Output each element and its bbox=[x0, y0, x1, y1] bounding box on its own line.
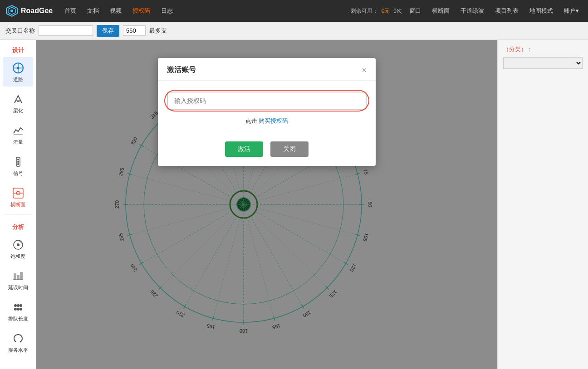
modal-close-button[interactable]: × bbox=[362, 66, 367, 74]
logo-icon bbox=[5, 5, 18, 17]
intersection-name-input[interactable] bbox=[39, 25, 93, 36]
max-label: 最多支 bbox=[149, 27, 167, 35]
intersection-label: 交叉口名称 bbox=[5, 27, 35, 35]
sidebar: 设计 道路 渠化 bbox=[0, 40, 36, 369]
category-select[interactable] bbox=[503, 57, 583, 69]
right-panel: （分类）： bbox=[497, 40, 588, 369]
svg-point-24 bbox=[14, 308, 17, 311]
queue-icon bbox=[11, 300, 25, 315]
modal-input-wrap bbox=[167, 92, 367, 110]
modal-footer: 激活 关闭 bbox=[158, 136, 376, 166]
svg-point-21 bbox=[14, 304, 17, 307]
flow-icon bbox=[11, 123, 25, 138]
nav-log[interactable]: 日志 bbox=[157, 5, 176, 17]
balance-label: 剩余可用： bbox=[351, 7, 378, 15]
sidebar-item-cross-section[interactable]: 横断面 bbox=[3, 182, 33, 212]
logo-text: RoadGee bbox=[21, 7, 53, 15]
nav-window[interactable]: 窗口 bbox=[406, 5, 425, 17]
logo[interactable]: RoadGee bbox=[5, 5, 53, 17]
nav-auth[interactable]: 授权码 bbox=[129, 5, 154, 17]
buy-auth-link[interactable]: 购买授权码 bbox=[259, 117, 288, 124]
svg-point-11 bbox=[17, 163, 19, 165]
max-num-input[interactable] bbox=[123, 25, 146, 36]
flow-label: 流量 bbox=[13, 139, 23, 146]
channelize-label: 渠化 bbox=[13, 107, 23, 114]
cross-section-icon bbox=[11, 186, 25, 200]
nav-mapmode[interactable]: 地图模式 bbox=[526, 5, 557, 17]
navbar: RoadGee 首页 文档 视频 授权码 日志 剩余可用： 0元 0次 窗口 横… bbox=[0, 0, 588, 22]
analysis-section-label: 分析 bbox=[0, 220, 36, 233]
delay-icon bbox=[11, 269, 25, 283]
signal-label: 信号 bbox=[13, 170, 23, 177]
sidebar-item-queue[interactable]: 排队长度 bbox=[3, 296, 33, 326]
cross-section-label: 横断面 bbox=[10, 201, 25, 208]
nav-projects[interactable]: 项目列表 bbox=[491, 5, 522, 17]
nav-video[interactable]: 视频 bbox=[106, 5, 125, 17]
sidebar-item-delay[interactable]: 延误时间 bbox=[3, 265, 33, 295]
nav-cross[interactable]: 横断面 bbox=[428, 5, 453, 17]
svg-point-23 bbox=[20, 304, 22, 307]
save-button[interactable]: 保存 bbox=[97, 25, 119, 37]
toolbar: 交叉口名称 保存 最多支 bbox=[0, 22, 588, 40]
link-prefix: 点击 bbox=[245, 117, 259, 124]
nav-account[interactable]: 账户▾ bbox=[560, 5, 583, 17]
sidebar-item-signal[interactable]: 信号 bbox=[3, 151, 33, 180]
road-label: 道路 bbox=[13, 76, 23, 83]
main-layout: 设计 道路 渠化 bbox=[0, 40, 588, 369]
svg-point-26 bbox=[20, 308, 22, 311]
road-icon bbox=[11, 61, 25, 75]
saturation-label: 饱和度 bbox=[10, 253, 25, 260]
modal: 激活账号 × 点击 购买授权码 激活 关闭 bbox=[158, 58, 376, 166]
modal-title: 激活账号 bbox=[167, 65, 196, 75]
content-area: 0153045607590105120135150165180195210225… bbox=[36, 40, 497, 369]
saturation-icon bbox=[11, 238, 25, 252]
delay-label: 延误时间 bbox=[8, 284, 28, 291]
nav-docs[interactable]: 文档 bbox=[83, 5, 103, 17]
sidebar-item-channelize[interactable]: 渠化 bbox=[3, 88, 33, 118]
service-label: 服务水平 bbox=[8, 347, 28, 354]
nav-greenwave[interactable]: 干道绿波 bbox=[457, 5, 488, 17]
modal-link-row: 点击 购买授权码 bbox=[167, 117, 367, 125]
modal-header: 激活账号 × bbox=[158, 58, 376, 81]
svg-point-22 bbox=[17, 304, 20, 307]
sidebar-item-service[interactable]: 服务水平 bbox=[3, 328, 33, 357]
svg-point-9 bbox=[17, 159, 19, 160]
balance-value: 0元 bbox=[382, 7, 390, 15]
design-section-label: 设计 bbox=[0, 44, 36, 56]
svg-point-10 bbox=[17, 161, 19, 163]
sidebar-item-flow[interactable]: 流量 bbox=[3, 120, 33, 149]
channelize-icon bbox=[11, 92, 25, 107]
activate-button[interactable]: 激活 bbox=[225, 141, 263, 157]
nav-home[interactable]: 首页 bbox=[61, 5, 80, 17]
svg-rect-18 bbox=[17, 275, 20, 280]
service-icon bbox=[11, 331, 25, 346]
balance-extra: 0次 bbox=[393, 7, 402, 15]
svg-point-6 bbox=[17, 67, 19, 69]
sidebar-item-saturation[interactable]: 饱和度 bbox=[3, 234, 33, 263]
svg-rect-17 bbox=[14, 273, 16, 280]
auth-code-input[interactable] bbox=[167, 92, 367, 110]
signal-icon bbox=[11, 155, 25, 169]
svg-rect-19 bbox=[20, 272, 23, 280]
svg-point-2 bbox=[10, 10, 13, 12]
modal-body: 点击 购买授权码 bbox=[158, 81, 376, 136]
right-panel-title: （分类）： bbox=[503, 45, 583, 53]
sidebar-item-road[interactable]: 道路 bbox=[3, 57, 33, 87]
svg-point-16 bbox=[17, 243, 20, 246]
queue-label: 排队长度 bbox=[8, 316, 28, 322]
close-modal-button[interactable]: 关闭 bbox=[270, 141, 309, 157]
svg-point-25 bbox=[17, 308, 20, 311]
modal-overlay: 激活账号 × 点击 购买授权码 激活 关闭 bbox=[36, 40, 497, 369]
sidebar-divider bbox=[4, 214, 32, 215]
